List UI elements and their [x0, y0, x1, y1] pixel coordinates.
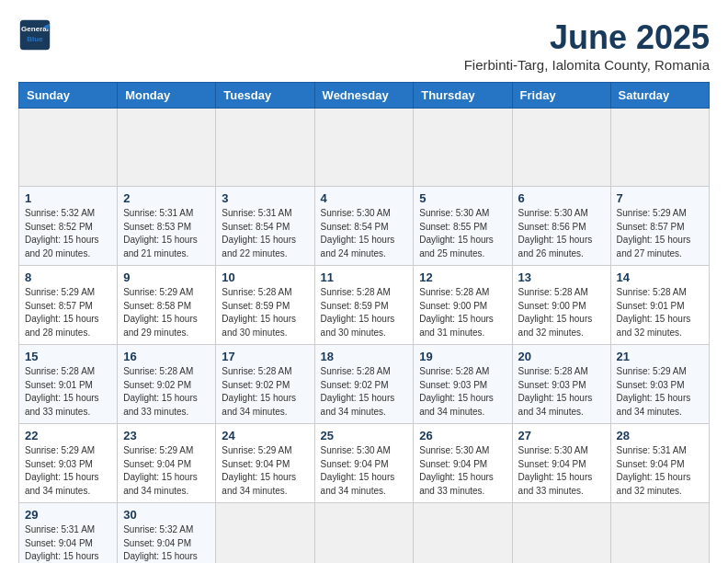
day-cell: 27Sunrise: 5:30 AM Sunset: 9:04 PM Dayli… [512, 424, 610, 503]
day-cell: 15Sunrise: 5:28 AM Sunset: 9:01 PM Dayli… [19, 345, 118, 424]
calendar-title: June 2025 [464, 18, 710, 57]
day-cell: 23Sunrise: 5:29 AM Sunset: 9:04 PM Dayli… [118, 424, 216, 503]
day-info: Sunrise: 5:30 AM Sunset: 9:04 PM Dayligh… [518, 444, 605, 498]
day-info: Sunrise: 5:29 AM Sunset: 9:03 PM Dayligh… [25, 444, 111, 498]
day-number: 18 [321, 350, 408, 363]
day-cell: 30Sunrise: 5:32 AM Sunset: 9:04 PM Dayli… [118, 503, 216, 564]
day-number: 19 [419, 350, 506, 363]
weekday-header-row: Sunday Monday Tuesday Wednesday Thursday… [19, 83, 710, 109]
week-row-2: 8Sunrise: 5:29 AM Sunset: 8:57 PM Daylig… [19, 266, 710, 345]
day-info: Sunrise: 5:28 AM Sunset: 9:03 PM Dayligh… [419, 365, 506, 419]
day-info: Sunrise: 5:29 AM Sunset: 8:57 PM Dayligh… [617, 207, 703, 260]
day-info: Sunrise: 5:30 AM Sunset: 9:04 PM Dayligh… [321, 444, 408, 498]
day-cell: 7Sunrise: 5:29 AM Sunset: 8:57 PM Daylig… [610, 187, 709, 266]
calendar-table: Sunday Monday Tuesday Wednesday Thursday… [18, 82, 710, 563]
day-info: Sunrise: 5:32 AM Sunset: 8:52 PM Dayligh… [25, 207, 111, 260]
day-info: Sunrise: 5:29 AM Sunset: 8:57 PM Dayligh… [25, 286, 111, 339]
day-cell [19, 109, 118, 187]
day-cell: 16Sunrise: 5:28 AM Sunset: 9:02 PM Dayli… [118, 345, 216, 424]
day-cell: 9Sunrise: 5:29 AM Sunset: 8:58 PM Daylig… [118, 266, 216, 345]
week-row-1: 1Sunrise: 5:32 AM Sunset: 8:52 PM Daylig… [19, 187, 710, 266]
svg-text:Blue: Blue [27, 35, 43, 43]
day-number: 4 [321, 191, 408, 205]
day-info: Sunrise: 5:28 AM Sunset: 9:02 PM Dayligh… [123, 365, 210, 419]
day-cell: 29Sunrise: 5:31 AM Sunset: 9:04 PM Dayli… [19, 503, 118, 564]
day-info: Sunrise: 5:31 AM Sunset: 9:04 PM Dayligh… [25, 523, 111, 563]
day-info: Sunrise: 5:30 AM Sunset: 8:55 PM Dayligh… [419, 207, 506, 260]
day-number: 12 [419, 270, 506, 284]
day-info: Sunrise: 5:28 AM Sunset: 9:00 PM Dayligh… [518, 286, 605, 339]
day-info: Sunrise: 5:31 AM Sunset: 9:04 PM Dayligh… [617, 444, 703, 498]
day-cell: 10Sunrise: 5:28 AM Sunset: 8:59 PM Dayli… [216, 266, 314, 345]
day-number: 7 [617, 191, 703, 205]
day-info: Sunrise: 5:30 AM Sunset: 8:56 PM Dayligh… [518, 207, 605, 260]
week-row-4: 22Sunrise: 5:29 AM Sunset: 9:03 PM Dayli… [19, 424, 710, 503]
day-cell: 2Sunrise: 5:31 AM Sunset: 8:53 PM Daylig… [118, 187, 216, 266]
header-thursday: Thursday [414, 83, 512, 109]
day-cell: 22Sunrise: 5:29 AM Sunset: 9:03 PM Dayli… [19, 424, 118, 503]
day-info: Sunrise: 5:28 AM Sunset: 9:03 PM Dayligh… [518, 365, 605, 419]
day-cell: 13Sunrise: 5:28 AM Sunset: 9:00 PM Dayli… [512, 266, 610, 345]
day-number: 8 [25, 270, 111, 284]
day-cell: 25Sunrise: 5:30 AM Sunset: 9:04 PM Dayli… [314, 424, 414, 503]
day-number: 27 [518, 429, 605, 442]
day-number: 9 [123, 270, 210, 284]
day-number: 13 [518, 270, 605, 284]
day-cell [512, 109, 610, 187]
day-cell: 28Sunrise: 5:31 AM Sunset: 9:04 PM Dayli… [610, 424, 709, 503]
day-cell: 5Sunrise: 5:30 AM Sunset: 8:55 PM Daylig… [414, 187, 512, 266]
header-wednesday: Wednesday [314, 83, 414, 109]
day-cell: 26Sunrise: 5:30 AM Sunset: 9:04 PM Dayli… [414, 424, 512, 503]
day-number: 15 [25, 350, 111, 363]
day-info: Sunrise: 5:28 AM Sunset: 9:01 PM Dayligh… [617, 286, 703, 339]
calendar-subtitle: Fierbinti-Targ, Ialomita County, Romania [464, 57, 710, 73]
day-number: 28 [617, 429, 703, 442]
day-cell: 21Sunrise: 5:29 AM Sunset: 9:03 PM Dayli… [610, 345, 709, 424]
week-row-3: 15Sunrise: 5:28 AM Sunset: 9:01 PM Dayli… [19, 345, 710, 424]
day-number: 16 [123, 350, 210, 363]
day-number: 23 [123, 429, 210, 442]
day-cell: 20Sunrise: 5:28 AM Sunset: 9:03 PM Dayli… [512, 345, 610, 424]
day-info: Sunrise: 5:28 AM Sunset: 8:59 PM Dayligh… [222, 286, 308, 339]
day-number: 20 [518, 350, 605, 363]
day-cell: 17Sunrise: 5:28 AM Sunset: 9:02 PM Dayli… [216, 345, 314, 424]
day-number: 26 [419, 429, 506, 442]
day-number: 2 [123, 191, 210, 205]
header-monday: Monday [118, 83, 216, 109]
day-info: Sunrise: 5:28 AM Sunset: 9:01 PM Dayligh… [25, 365, 111, 419]
day-info: Sunrise: 5:29 AM Sunset: 9:03 PM Dayligh… [617, 365, 703, 419]
day-number: 17 [222, 350, 308, 363]
day-number: 10 [222, 270, 308, 284]
day-info: Sunrise: 5:29 AM Sunset: 9:04 PM Dayligh… [222, 444, 308, 498]
day-number: 29 [25, 508, 111, 522]
day-cell: 11Sunrise: 5:28 AM Sunset: 8:59 PM Dayli… [314, 266, 414, 345]
day-number: 5 [419, 191, 506, 205]
day-cell [216, 503, 314, 564]
day-info: Sunrise: 5:31 AM Sunset: 8:54 PM Dayligh… [222, 207, 308, 260]
day-info: Sunrise: 5:32 AM Sunset: 9:04 PM Dayligh… [123, 523, 210, 563]
day-info: Sunrise: 5:29 AM Sunset: 8:58 PM Dayligh… [123, 286, 210, 339]
day-cell [314, 109, 414, 187]
logo-icon: General Blue [18, 18, 51, 52]
day-cell [414, 109, 512, 187]
day-cell: 18Sunrise: 5:28 AM Sunset: 9:02 PM Dayli… [314, 345, 414, 424]
day-info: Sunrise: 5:28 AM Sunset: 9:02 PM Dayligh… [222, 365, 308, 419]
week-row-5: 29Sunrise: 5:31 AM Sunset: 9:04 PM Dayli… [19, 503, 710, 564]
day-cell [314, 503, 414, 564]
header-sunday: Sunday [19, 83, 118, 109]
week-row-0 [19, 109, 710, 187]
day-number: 21 [617, 350, 703, 363]
day-number: 11 [321, 270, 408, 284]
day-number: 6 [518, 191, 605, 205]
day-number: 30 [123, 508, 210, 522]
day-cell [512, 503, 610, 564]
day-cell: 1Sunrise: 5:32 AM Sunset: 8:52 PM Daylig… [19, 187, 118, 266]
header-saturday: Saturday [610, 83, 709, 109]
day-info: Sunrise: 5:28 AM Sunset: 9:00 PM Dayligh… [419, 286, 506, 339]
day-info: Sunrise: 5:31 AM Sunset: 8:53 PM Dayligh… [123, 207, 210, 260]
day-number: 24 [222, 429, 308, 442]
day-cell: 14Sunrise: 5:28 AM Sunset: 9:01 PM Dayli… [610, 266, 709, 345]
day-cell [118, 109, 216, 187]
day-info: Sunrise: 5:28 AM Sunset: 8:59 PM Dayligh… [321, 286, 408, 339]
day-cell: 8Sunrise: 5:29 AM Sunset: 8:57 PM Daylig… [19, 266, 118, 345]
